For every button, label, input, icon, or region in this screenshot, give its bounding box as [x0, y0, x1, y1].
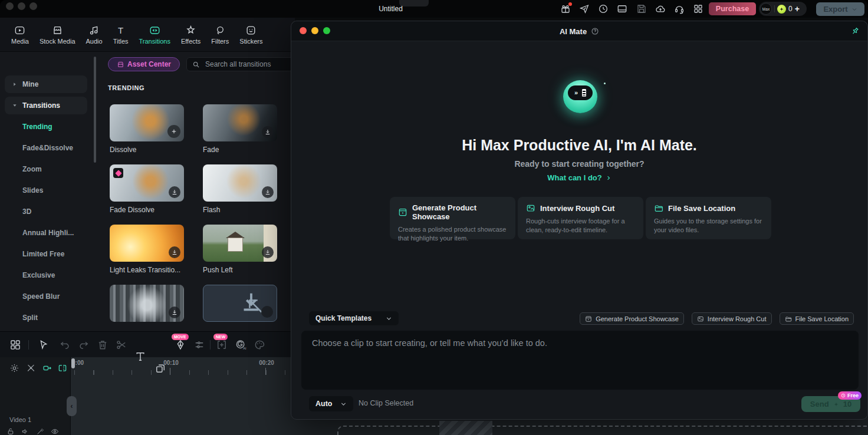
transition-thumb-flash[interactable]: [203, 164, 277, 202]
workspace-icon[interactable]: [617, 4, 627, 14]
history-icon[interactable]: [598, 4, 609, 14]
product-showcase-icon: [398, 207, 407, 217]
transition-thumb-dissolve[interactable]: [110, 104, 184, 141]
sidebar-item-3d[interactable]: 3D: [0, 201, 98, 222]
sidebar-group-transitions[interactable]: Transitions: [5, 97, 87, 114]
clock-icon: [841, 393, 846, 398]
prompt-input[interactable]: [301, 331, 859, 390]
add-credits-button[interactable]: +: [795, 4, 800, 14]
sidebar-item-zoom[interactable]: Zoom: [0, 159, 98, 180]
sidebar-item-split[interactable]: Split: [0, 307, 98, 328]
sidebar-item-slides[interactable]: Slides: [0, 180, 98, 201]
timeline-drop-zone[interactable]: [337, 426, 868, 435]
ai-color-palette-icon[interactable]: [254, 339, 265, 351]
sidebar-item-trending[interactable]: Trending: [0, 116, 98, 137]
edit-toolbar: MOVE NEW: [0, 331, 295, 357]
transition-thumb-fade[interactable]: [203, 104, 277, 141]
split-scissors-icon[interactable]: [116, 339, 127, 351]
support-headset-icon[interactable]: [674, 4, 685, 14]
search-box[interactable]: [186, 57, 295, 71]
redo-icon[interactable]: [78, 339, 90, 351]
delete-icon[interactable]: [97, 339, 108, 351]
chip-file-save-location[interactable]: File Save Location: [780, 312, 854, 325]
auto-insert-icon[interactable]: [216, 339, 228, 351]
lock-track-icon[interactable]: [6, 427, 15, 435]
account-pill[interactable]: Max 0 +: [759, 2, 807, 16]
playhead[interactable]: [71, 358, 75, 368]
transition-thumb-light-leaks[interactable]: [110, 225, 184, 262]
timeline-settings-gear-icon[interactable]: [9, 363, 19, 373]
adjust-sliders-icon[interactable]: [193, 339, 205, 351]
card-file-save-location[interactable]: File Save Location Guides you to the sto…: [646, 197, 771, 239]
transition-thumb-fade-dissolve[interactable]: [110, 164, 184, 202]
window-minimize-button[interactable]: [18, 2, 25, 10]
hide-track-eye-icon[interactable]: [51, 427, 59, 435]
ai-mate-dialog: AI Mate » Hi Max Productive AI, I'm AI M…: [291, 21, 868, 420]
quick-templates-dropdown[interactable]: Quick Templates: [309, 311, 399, 325]
save-icon[interactable]: [636, 4, 647, 14]
ai-audio-icon[interactable]: [235, 339, 246, 351]
pin-icon[interactable]: [850, 27, 860, 36]
mute-track-icon[interactable]: [21, 427, 29, 435]
magnetic-timeline-icon[interactable]: [57, 363, 67, 373]
sidebar-item-limited-free[interactable]: Limited Free: [0, 243, 98, 265]
send-plane-icon[interactable]: [579, 4, 590, 14]
tab-transitions[interactable]: Transitions: [134, 25, 176, 45]
card-interview-rough-cut[interactable]: Interview Rough Cut Rough-cuts interview…: [518, 197, 643, 239]
transition-thumb-push-left[interactable]: [203, 225, 277, 262]
card-generate-product-showcase[interactable]: Generate Product Showcase Creates a poli…: [390, 197, 515, 239]
tab-media[interactable]: Media: [6, 25, 34, 45]
asset-center-button[interactable]: Asset Center: [108, 57, 180, 71]
download-button[interactable]: [262, 126, 274, 138]
download-button[interactable]: [169, 186, 180, 198]
tab-stock-media[interactable]: Stock Media: [34, 25, 81, 45]
track-wand-icon[interactable]: [36, 427, 44, 435]
tab-titles[interactable]: Titles: [108, 25, 134, 45]
avatar[interactable]: Max: [760, 3, 772, 15]
sidebar-item-fade-dissolve[interactable]: Fade&Dissolve: [0, 137, 98, 159]
what-can-i-do-link[interactable]: What can I do?: [291, 173, 867, 182]
download-button[interactable]: [261, 306, 273, 318]
chip-generate-product-showcase[interactable]: Generate Product Showcase: [580, 312, 684, 325]
divider: [774, 5, 775, 12]
add-to-timeline-button[interactable]: [167, 125, 180, 138]
download-button[interactable]: [262, 186, 274, 198]
transition-thumb-arrow[interactable]: [203, 285, 277, 322]
template-grid-icon[interactable]: [9, 339, 21, 351]
ai-mate-face: »: [568, 85, 593, 100]
tab-stickers[interactable]: Stickers: [234, 25, 268, 45]
search-input[interactable]: [204, 60, 295, 69]
chip-interview-rough-cut[interactable]: Interview Rough Cut: [692, 312, 772, 325]
dialog-title-row: AI Mate: [291, 21, 867, 41]
transition-thumb-speed-blur[interactable]: [110, 285, 184, 322]
tab-filters[interactable]: Filters: [206, 25, 234, 45]
window-close-button[interactable]: [6, 2, 14, 10]
timeline-clip-thumbnail[interactable]: [439, 421, 492, 435]
sidebar-item-exclusive[interactable]: Exclusive: [0, 265, 98, 286]
gift-icon[interactable]: [560, 4, 571, 14]
help-icon[interactable]: [591, 27, 599, 35]
razor-tool-icon[interactable]: [26, 363, 36, 373]
auto-ripple-icon[interactable]: [42, 363, 52, 373]
notification-dot: [568, 2, 572, 6]
download-button[interactable]: [169, 246, 180, 258]
tab-audio[interactable]: Audio: [81, 25, 108, 45]
sidebar-group-mine[interactable]: Mine: [5, 75, 87, 93]
cloud-upload-icon[interactable]: [655, 4, 666, 14]
track-panel-collapse-handle[interactable]: ‹: [67, 396, 77, 416]
clip-status-text: No Clip Selected: [359, 399, 413, 407]
apps-grid-icon[interactable]: [693, 4, 703, 14]
download-button[interactable]: [262, 246, 274, 258]
undo-icon[interactable]: [59, 339, 71, 351]
window-zoom-button[interactable]: [29, 2, 37, 10]
export-button[interactable]: Export: [816, 2, 864, 16]
tab-effects[interactable]: Effects: [176, 25, 206, 45]
download-button[interactable]: [169, 307, 180, 318]
mode-dropdown[interactable]: Auto: [309, 396, 353, 411]
sidebar-item-speed-blur[interactable]: Speed Blur: [0, 286, 98, 307]
mask-pen-icon[interactable]: [175, 339, 186, 351]
sidebar-item-annual-highlights[interactable]: Annual Highli...: [0, 222, 98, 243]
purchase-button[interactable]: Purchase: [709, 2, 756, 15]
interview-icon: [526, 203, 535, 213]
sidebar-scrollbar[interactable]: [94, 57, 96, 163]
